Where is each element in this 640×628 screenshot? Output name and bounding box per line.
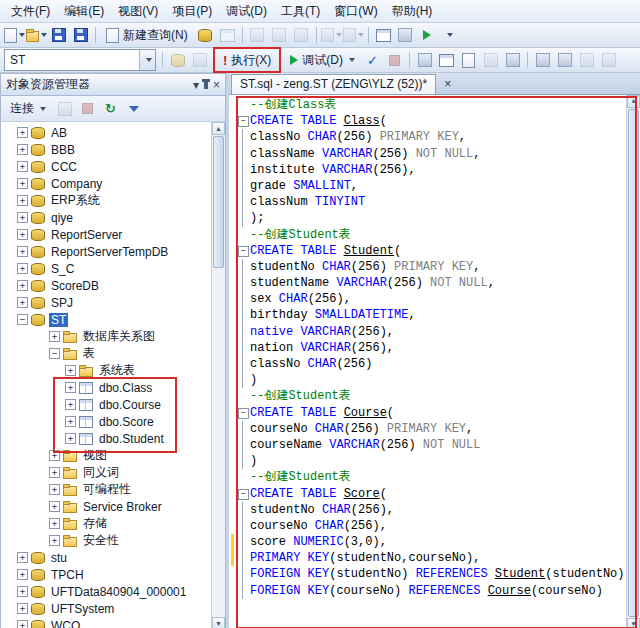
expand-icon[interactable]: +	[17, 297, 28, 308]
cancel-executing-icon[interactable]	[384, 50, 405, 70]
collapse-region-icon[interactable]: −	[238, 408, 249, 419]
tree-item-可编程性[interactable]: +可编程性	[1, 481, 225, 498]
menu-project[interactable]: 项目(P)	[165, 1, 219, 22]
scroll-down-icon[interactable]: ▼	[627, 618, 640, 628]
tree-item-AB[interactable]: +AB	[1, 124, 225, 141]
comment-icon[interactable]	[532, 50, 553, 70]
copy-icon[interactable]	[269, 25, 290, 45]
tree-item-CCC[interactable]: +CCC	[1, 158, 225, 175]
tree-item-label[interactable]: dbo.Score	[97, 415, 156, 429]
expand-icon[interactable]: +	[49, 331, 60, 342]
expand-icon[interactable]: +	[17, 144, 28, 155]
execute-button[interactable]: ! 执行(X)	[217, 50, 277, 70]
tree-item-ReportServer[interactable]: +ReportServer	[1, 226, 225, 243]
collapse-region-icon[interactable]: −	[238, 116, 249, 127]
disconnect-icon[interactable]	[54, 99, 75, 119]
tree-item-label[interactable]: dbo.Student	[97, 432, 166, 446]
tree-item-dbo.Score[interactable]: +dbo.Score	[1, 413, 225, 430]
tree-item-表[interactable]: −表	[1, 345, 225, 362]
expand-icon[interactable]: +	[17, 229, 28, 240]
tree-item-label[interactable]: dbo.Course	[97, 398, 163, 412]
combo-dropdown-icon[interactable]	[139, 50, 155, 70]
editor-scrollbar[interactable]: ▲ ▼	[626, 95, 640, 628]
tree-item-数据库关系图[interactable]: +数据库关系图	[1, 328, 225, 345]
tree-item-UFTSystem[interactable]: +UFTSystem	[1, 600, 225, 617]
tree-item-label[interactable]: ST	[49, 313, 68, 327]
start-icon[interactable]	[417, 25, 438, 45]
debug-button[interactable]: 调试(D)	[284, 50, 361, 70]
query-options-icon[interactable]	[480, 50, 501, 70]
filter-icon[interactable]	[123, 99, 144, 119]
tree-item-label[interactable]: 同义词	[81, 464, 121, 481]
menu-tools[interactable]: 工具(T)	[274, 1, 327, 22]
cut-icon[interactable]	[247, 25, 268, 45]
expand-icon[interactable]: +	[17, 195, 28, 206]
toolbar-options-icon[interactable]	[439, 25, 460, 45]
tree-item-ERP系统[interactable]: +ERP系统	[1, 192, 225, 209]
tree-item-Service Broker[interactable]: +Service Broker	[1, 498, 225, 515]
paste-icon[interactable]	[291, 25, 312, 45]
expand-icon[interactable]: +	[17, 569, 28, 580]
redo-icon[interactable]	[343, 25, 364, 45]
tree-item-label[interactable]: ReportServerTempDB	[49, 245, 170, 259]
results-to-grid-icon[interactable]	[436, 50, 457, 70]
tree-item-stu[interactable]: +stu	[1, 549, 225, 566]
tree-item-label[interactable]: dbo.Class	[97, 381, 154, 395]
expand-icon[interactable]: +	[17, 127, 28, 138]
scroll-up-icon[interactable]: ▲	[212, 122, 225, 135]
tree-item-label[interactable]: UFTData840904_000001	[49, 585, 188, 599]
expand-icon[interactable]: +	[65, 365, 76, 376]
tree-item-label[interactable]: 表	[81, 345, 97, 362]
tree-item-label[interactable]: BBB	[49, 143, 77, 157]
collapse-region-icon[interactable]: −	[238, 246, 249, 257]
expand-icon[interactable]: +	[17, 586, 28, 597]
undo-icon[interactable]	[321, 25, 342, 45]
tree-item-label[interactable]: ScoreDB	[49, 279, 101, 293]
tree-item-label[interactable]: Company	[49, 177, 104, 191]
pin-icon[interactable]	[204, 81, 208, 89]
tree-item-SPJ[interactable]: +SPJ	[1, 294, 225, 311]
stop-icon[interactable]	[77, 99, 98, 119]
tree-item-UFTData840904_000001[interactable]: +UFTData840904_000001	[1, 583, 225, 600]
close-panel-icon[interactable]: ×	[213, 78, 220, 92]
database-engine-query-icon[interactable]	[195, 25, 216, 45]
expand-icon[interactable]: +	[65, 399, 76, 410]
expand-icon[interactable]: +	[49, 467, 60, 478]
new-query-button[interactable]: 新建查询(N)	[100, 25, 194, 45]
tree-item-BBB[interactable]: +BBB	[1, 141, 225, 158]
tree-item-同义词[interactable]: +同义词	[1, 464, 225, 481]
collapse-icon[interactable]: −	[17, 314, 28, 325]
sql-editor[interactable]: --创建Class表−CREATE TABLE Class(classNo CH…	[229, 95, 640, 628]
expand-icon[interactable]: +	[49, 484, 60, 495]
expand-icon[interactable]: +	[65, 416, 76, 427]
expand-icon[interactable]: +	[49, 450, 60, 461]
tree-item-安全性[interactable]: +安全性	[1, 532, 225, 549]
change-connection-icon[interactable]	[167, 50, 188, 70]
tree-item-ReportServerTempDB[interactable]: +ReportServerTempDB	[1, 243, 225, 260]
collapse-icon[interactable]: −	[49, 348, 60, 359]
tree-item-label[interactable]: SPJ	[49, 296, 75, 310]
tree-scrollbar[interactable]: ▲ ▼	[211, 122, 225, 628]
scrollbar-thumb[interactable]	[628, 109, 639, 617]
tree-item-Company[interactable]: +Company	[1, 175, 225, 192]
decrease-indent-icon[interactable]	[576, 50, 597, 70]
scrollbar-thumb[interactable]	[213, 136, 224, 268]
tree-item-label[interactable]: 安全性	[81, 532, 121, 549]
expand-icon[interactable]: +	[17, 246, 28, 257]
results-to-file-icon[interactable]	[458, 50, 479, 70]
tree-item-ScoreDB[interactable]: +ScoreDB	[1, 277, 225, 294]
menu-edit[interactable]: 编辑(E)	[57, 1, 111, 22]
tree-item-TPCH[interactable]: +TPCH	[1, 566, 225, 583]
code-area[interactable]: --创建Class表−CREATE TABLE Class(classNo CH…	[229, 97, 640, 599]
tree-item-ST[interactable]: −ST	[1, 311, 225, 328]
uncomment-icon[interactable]	[554, 50, 575, 70]
tree-item-label[interactable]: ReportServer	[49, 228, 124, 242]
tree-item-S_C[interactable]: +S_C	[1, 260, 225, 277]
tree-item-WCO[interactable]: +WCO	[1, 617, 225, 628]
tree-item-label[interactable]: CCC	[49, 160, 79, 174]
menu-help[interactable]: 帮助(H)	[385, 1, 440, 22]
tree-item-label[interactable]: AB	[49, 126, 69, 140]
increase-indent-icon[interactable]	[598, 50, 619, 70]
tree-item-label[interactable]: Service Broker	[81, 500, 164, 514]
menu-file[interactable]: 文件(F)	[4, 1, 57, 22]
